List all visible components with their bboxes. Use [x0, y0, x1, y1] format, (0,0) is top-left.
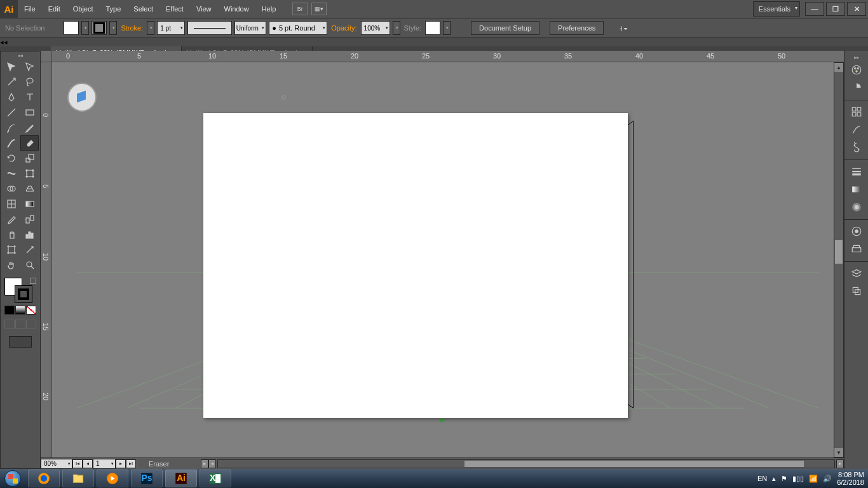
color-panel-icon[interactable]: [844, 61, 868, 79]
stroke-profile-preview[interactable]: [187, 21, 232, 35]
close-button[interactable]: ✕: [847, 2, 866, 16]
hscroll-right[interactable]: ▸: [836, 459, 844, 468]
scroll-thumb[interactable]: [465, 461, 803, 467]
expand-dock-left[interactable]: ◂◂: [0, 38, 8, 46]
taskbar-excel[interactable]: X: [200, 470, 231, 487]
menu-edit[interactable]: Edit: [42, 0, 67, 18]
shape-builder-tool[interactable]: [2, 181, 20, 196]
transparency-panel-icon[interactable]: [844, 198, 868, 216]
artboard-tool[interactable]: [2, 242, 20, 257]
prev-artboard-button[interactable]: ◂: [83, 459, 93, 468]
taskbar[interactable]: Ps Ai X EN ▴ ⚑ ▮▯▯ 📶 🔊 8:08 PM 6/2/2018: [0, 469, 868, 488]
workspace-switcher[interactable]: Essentials: [753, 1, 800, 17]
layers-panel-icon[interactable]: [844, 264, 868, 282]
type-tool[interactable]: [20, 90, 39, 105]
style-swatch[interactable]: [425, 21, 440, 35]
paintbrush-tool[interactable]: [2, 120, 20, 135]
stroke-weight-stepper[interactable]: [147, 21, 154, 35]
style-dropdown[interactable]: [443, 21, 451, 35]
volume-icon[interactable]: 🔊: [823, 475, 832, 483]
artboard-nav-field[interactable]: 1: [93, 459, 116, 469]
appearance-panel-icon[interactable]: [844, 222, 868, 240]
zoom-tool[interactable]: [20, 257, 39, 273]
fill-stroke-control[interactable]: [2, 276, 37, 304]
draw-normal[interactable]: [4, 320, 15, 329]
fill-dropdown[interactable]: [81, 21, 89, 35]
screen-mode-button[interactable]: [9, 336, 32, 348]
opacity-label[interactable]: Opacity:: [330, 24, 358, 32]
tray-expand-icon[interactable]: ▴: [772, 475, 776, 483]
selection-tool[interactable]: [2, 59, 20, 74]
ruler-origin[interactable]: [41, 51, 52, 62]
color-mode-none[interactable]: [26, 306, 36, 315]
close-widget-icon[interactable]: ×: [67, 81, 74, 88]
swap-fill-stroke-icon[interactable]: [30, 278, 36, 284]
perspective-cube-icon[interactable]: [74, 90, 90, 105]
document-setup-button[interactable]: Document Setup: [471, 21, 539, 35]
free-transform-tool[interactable]: [20, 166, 39, 181]
perspective-grid-tool[interactable]: [20, 181, 39, 196]
horizontal-scrollbar[interactable]: [217, 459, 835, 468]
last-artboard-button[interactable]: ▸I: [126, 459, 136, 468]
draw-behind[interactable]: [15, 320, 25, 329]
rotate-tool[interactable]: [2, 151, 20, 166]
taskbar-explorer[interactable]: [62, 470, 94, 487]
stroke-profile-dropdown[interactable]: Uniform: [234, 21, 266, 35]
pencil-tool[interactable]: [20, 120, 39, 135]
artboards-panel-icon[interactable]: [844, 282, 868, 300]
taskbar-illustrator[interactable]: Ai: [165, 470, 197, 487]
menu-select[interactable]: Select: [127, 0, 159, 18]
blob-brush-tool[interactable]: [2, 135, 20, 151]
bridge-button[interactable]: Br: [292, 3, 308, 15]
perspective-grid-widget[interactable]: ×: [67, 83, 97, 112]
magic-wand-tool[interactable]: [2, 74, 20, 90]
taskbar-firefox[interactable]: [28, 470, 60, 487]
opacity-dropdown[interactable]: [393, 21, 400, 35]
menu-object[interactable]: Object: [67, 0, 100, 18]
pen-tool[interactable]: [2, 90, 20, 105]
slice-tool[interactable]: [20, 242, 39, 257]
brush-dropdown[interactable]: ●5 pt. Round: [269, 21, 327, 35]
hscroll-left[interactable]: ◂: [208, 459, 216, 468]
menu-view[interactable]: View: [190, 0, 218, 18]
eyedropper-tool[interactable]: [2, 212, 20, 227]
width-tool[interactable]: [2, 166, 20, 181]
hand-tool[interactable]: [2, 257, 20, 273]
status-menu-button[interactable]: ▸: [201, 459, 208, 468]
draw-inside[interactable]: [26, 320, 36, 329]
symbols-panel-icon[interactable]: [844, 139, 868, 156]
arrange-button[interactable]: ▦▾: [311, 3, 327, 15]
stroke-color[interactable]: [15, 285, 32, 303]
gradient-panel-icon[interactable]: [844, 180, 868, 198]
taskbar-photoshop[interactable]: Ps: [131, 470, 163, 487]
scale-tool[interactable]: [20, 151, 39, 166]
taskbar-media-player[interactable]: [97, 470, 128, 487]
language-indicator[interactable]: EN: [757, 475, 767, 482]
direct-selection-tool[interactable]: [20, 59, 39, 74]
mesh-tool[interactable]: [2, 196, 20, 212]
scroll-thumb[interactable]: [835, 240, 843, 264]
gradient-tool[interactable]: [20, 196, 39, 212]
color-mode-gradient[interactable]: [15, 306, 25, 315]
action-center-icon[interactable]: ⚑: [781, 475, 787, 483]
expand-tools[interactable]: ◂◂: [2, 53, 39, 59]
start-button[interactable]: [0, 469, 25, 488]
graphic-styles-panel-icon[interactable]: [844, 240, 868, 258]
eraser-tool[interactable]: [20, 135, 39, 151]
vertical-ruler[interactable]: 0 5 10 15 20: [41, 62, 52, 458]
swatches-panel-icon[interactable]: [844, 103, 868, 121]
blend-tool[interactable]: [20, 212, 39, 227]
stroke-label[interactable]: Stroke:: [119, 24, 144, 32]
menu-type[interactable]: Type: [100, 0, 128, 18]
menu-help[interactable]: Help: [255, 0, 283, 18]
first-artboard-button[interactable]: I◂: [72, 459, 83, 468]
canvas-area[interactable]: 0 5 10 15 20 25 30 35 40 45 50 0 5 10 15…: [41, 51, 844, 458]
lasso-tool[interactable]: [20, 74, 39, 90]
next-artboard-button[interactable]: ▸: [116, 459, 126, 468]
fill-swatch[interactable]: [64, 21, 79, 35]
stroke-panel-icon[interactable]: [844, 163, 868, 180]
restore-button[interactable]: ❐: [826, 2, 845, 16]
network-icon[interactable]: ▮▯▯: [792, 475, 804, 483]
scroll-up-icon[interactable]: ▲: [834, 63, 843, 72]
color-guide-panel-icon[interactable]: [844, 79, 868, 97]
